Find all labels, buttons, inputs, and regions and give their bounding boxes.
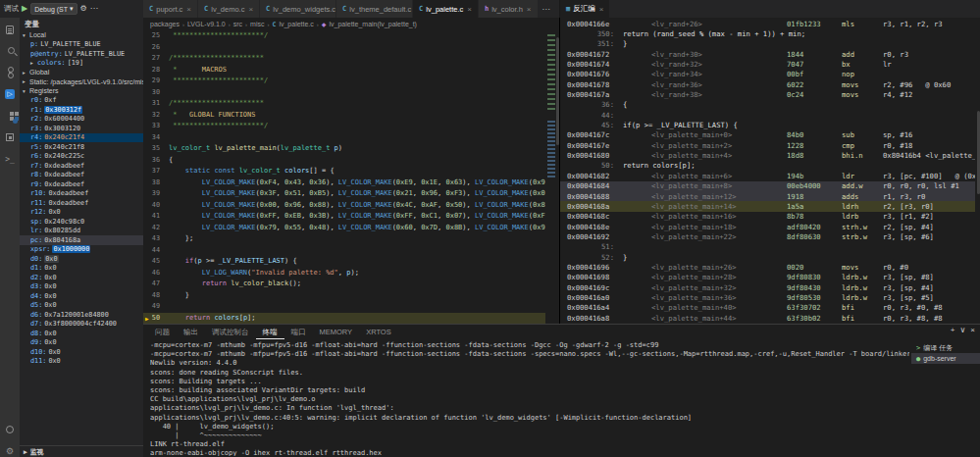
line-number[interactable]: 34 bbox=[143, 132, 169, 144]
close-icon[interactable]: × bbox=[186, 5, 191, 14]
disasm-row-0x00041674[interactable]: 0x00041674<lv_rand+32>7047bxlr bbox=[560, 59, 975, 69]
line-number[interactable]: 37 bbox=[143, 166, 169, 178]
disasm-row-0x000416a0[interactable]: 0x000416a0<lv_palette_main+36>9df80530ld… bbox=[560, 292, 975, 302]
plus-icon[interactable]: + bbox=[951, 327, 955, 334]
line-number[interactable]: 29 bbox=[143, 76, 169, 87]
code-line-38[interactable]: 38 LV_COLOR_MAKE(0xF4, 0x43, 0x36), LV_C… bbox=[143, 178, 545, 189]
code-line-36[interactable]: 36{ bbox=[143, 155, 545, 167]
line-number[interactable]: 32 bbox=[143, 110, 169, 122]
line-number[interactable]: 25 bbox=[143, 30, 169, 42]
tab-lv_palette.c[interactable]: Clv_palette.c× bbox=[413, 0, 479, 18]
variable-r10[interactable]: r10:0xdeadbeef bbox=[20, 189, 143, 199]
line-number[interactable]: 45 bbox=[143, 256, 169, 268]
source-control-icon[interactable] bbox=[4, 67, 16, 78]
section-Registers[interactable]: ▾Registers bbox=[20, 86, 143, 96]
settings-gear-icon[interactable]: ⚙ bbox=[4, 445, 16, 457]
disassembly-scrollbar[interactable] bbox=[976, 18, 980, 324]
code-line-33[interactable]: 33 **********************/ bbox=[143, 121, 545, 132]
line-number[interactable]: 38 bbox=[143, 178, 169, 189]
variable-r2[interactable]: r2:0x60004400 bbox=[20, 115, 143, 125]
breadcrumb-item[interactable]: src bbox=[233, 21, 242, 27]
code-line-45[interactable]: 45 if(p >= _LV_PALETTE_LAST) { bbox=[143, 256, 545, 268]
variable-d7[interactable]: d7:0x3f8000004cf42400 bbox=[20, 320, 143, 330]
variable-r4[interactable]: r4:0x240c21f4 bbox=[20, 133, 143, 143]
panel-tab-端口[interactable]: 端口 bbox=[284, 325, 313, 339]
breadcrumb-item[interactable]: lv_palette_main(lv_palette_t) bbox=[329, 21, 417, 27]
disasm-row-0x0004168c[interactable]: 0x0004168c<lv_palette_main+16>8b78ldrbr3… bbox=[560, 212, 975, 222]
line-number[interactable]: 31 bbox=[143, 98, 169, 110]
disasm-row-0x00041698[interactable]: 0x00041698<lv_palette_main+28>9df80830ld… bbox=[560, 273, 975, 282]
disasm-source-row[interactable]: 350:return (rand_seed % (max - min + 1))… bbox=[560, 28, 975, 38]
code-line-37[interactable]: 37 static const lv_color_t colors[] = { bbox=[143, 166, 545, 178]
disasm-row-0x00041682[interactable]: 0x00041682<lv_palette_main+6>194bldrr3, … bbox=[560, 171, 975, 180]
close-icon[interactable]: × bbox=[467, 5, 472, 14]
line-number[interactable]: 43 bbox=[143, 233, 169, 245]
code-line-50[interactable]: ▶50 return colors[p]; bbox=[143, 313, 545, 325]
explorer-icon[interactable] bbox=[4, 24, 16, 35]
line-number[interactable]: 47 bbox=[143, 279, 169, 290]
line-number[interactable]: 46 bbox=[143, 268, 169, 279]
disasm-row-0x000416a8[interactable]: 0x000416a8<lv_palette_main+44>63f30b02bf… bbox=[560, 313, 975, 323]
line-number[interactable]: 26 bbox=[143, 42, 169, 54]
disasm-source-row[interactable]: 50:return colors[p]; bbox=[560, 161, 975, 171]
disasm-row-0x0004168a[interactable]: 0x0004168a<lv_palette_main+14>1a5aldrhr2… bbox=[560, 201, 975, 211]
variable-r11[interactable]: r11:0xdeadbeef bbox=[20, 198, 143, 208]
code-line-40[interactable]: 40 LV_COLOR_MAKE(0x00, 0x96, 0x88), LV_C… bbox=[143, 200, 545, 212]
close-icon[interactable]: × bbox=[527, 5, 532, 14]
disasm-row-0x000416a4[interactable]: 0x000416a4<lv_palette_main+40>63f30702bf… bbox=[560, 303, 975, 313]
watch-section-header[interactable]: ▸ 监视 bbox=[20, 445, 143, 457]
disasm-row-0x0004168e[interactable]: 0x0004168e<lv_palette_main+18>adf80420st… bbox=[560, 222, 975, 231]
tab-lv_theme_default.c[interactable]: Clv_theme_default.c× bbox=[336, 0, 413, 18]
variable-d11[interactable]: d11:0x0 bbox=[20, 357, 143, 367]
variable-lr[interactable]: lr:0x80285dd bbox=[20, 227, 143, 236]
tab-lv_demo_widgets.c[interactable]: Clv_demo_widgets.c× bbox=[260, 0, 336, 18]
variable-pc[interactable]: pc:0x804168a bbox=[20, 235, 143, 245]
serial-monitor-icon[interactable]: >_ bbox=[4, 153, 16, 165]
variable-r1[interactable]: r1:0x300312f bbox=[20, 105, 143, 115]
disasm-row-0x00041672[interactable]: 0x00041672<lv_rand+30>1844addr0, r3 bbox=[560, 49, 975, 59]
disasm-row-0x00041680[interactable]: 0x00041680<lv_palette_main+4>18d8bhi.n0x… bbox=[560, 150, 975, 160]
variable-d6[interactable]: d6:0x7a120001e84800 bbox=[20, 310, 143, 320]
breadcrumb-item[interactable]: packages bbox=[150, 21, 180, 27]
variable-d8[interactable]: d8:0x0 bbox=[20, 329, 143, 338]
account-icon[interactable] bbox=[4, 424, 16, 435]
line-number[interactable]: 36 bbox=[143, 155, 169, 167]
line-number[interactable]: 33 bbox=[143, 121, 169, 132]
variable-xpsr[interactable]: xpsr:0x1000000 bbox=[20, 245, 143, 255]
disasm-row-0x00041684[interactable]: 0x00041684<lv_palette_main+8>00eb4000add… bbox=[560, 181, 975, 191]
run-and-debug-icon[interactable]: ▷ bbox=[4, 88, 16, 100]
start-debug-icon[interactable]: ▶ bbox=[22, 5, 27, 13]
panel-tab-输出[interactable]: 输出 bbox=[177, 325, 205, 339]
code-line-46[interactable]: 46 LV_LOG_WARN("Invalid palette: %d", p)… bbox=[143, 268, 545, 279]
terminal-item-gdb-server[interactable]: ●gdb-server bbox=[911, 353, 980, 364]
line-number[interactable]: 44 bbox=[143, 245, 169, 257]
disasm-source-row[interactable]: 351:} bbox=[560, 39, 975, 49]
line-number[interactable]: 40 bbox=[143, 200, 169, 212]
line-number[interactable]: 28 bbox=[143, 65, 169, 76]
variable-d0[interactable]: d0:0x0 bbox=[20, 254, 143, 264]
code-line-48[interactable]: 48 } bbox=[143, 290, 545, 302]
line-number[interactable]: 27 bbox=[143, 53, 169, 65]
disasm-source-row[interactable]: 52:} bbox=[560, 252, 975, 262]
disasm-row-0x00041696[interactable]: 0x00041696<lv_palette_main+26>0020movsr0… bbox=[560, 262, 975, 272]
line-number[interactable]: 49 bbox=[143, 301, 169, 313]
close-icon[interactable]: × bbox=[599, 5, 604, 14]
line-number[interactable]: 35 bbox=[143, 143, 169, 155]
code-line-34[interactable]: 34 bbox=[143, 132, 545, 144]
disasm-row-0x0004169c[interactable]: 0x0004169c<lv_palette_main+32>9df80430ld… bbox=[560, 282, 975, 292]
code-area[interactable]: 25 **********************/2627/*********… bbox=[143, 30, 545, 324]
variable-r5[interactable]: r5:0x240c21f8 bbox=[20, 142, 143, 152]
disasm-source-row[interactable]: 44: bbox=[560, 110, 975, 120]
variable-d1[interactable]: d1:0x0 bbox=[20, 264, 143, 274]
section-Global[interactable]: ▸Global bbox=[20, 68, 143, 77]
variable-r8[interactable]: r8:0xdeadbeef bbox=[20, 171, 143, 180]
panel-tab-XRTOS[interactable]: XRTOS bbox=[359, 325, 398, 339]
panel-tab-MEMORY[interactable]: MEMORY bbox=[313, 325, 360, 339]
variable-r3[interactable]: r3:0x3003120 bbox=[20, 124, 143, 133]
variable-p@entry[interactable]: p@entry:LV_PALETTE_BLUE bbox=[20, 49, 143, 59]
code-line-41[interactable]: 41 LV_COLOR_MAKE(0xFF, 0xEB, 0x3B), LV_C… bbox=[143, 211, 545, 223]
variable-r9[interactable]: r9:0xdeadbeef bbox=[20, 179, 143, 189]
variable-d5[interactable]: d5:0x0 bbox=[20, 301, 143, 311]
breadcrumb-item[interactable]: misc bbox=[250, 21, 264, 27]
line-number[interactable]: 42 bbox=[143, 223, 169, 234]
